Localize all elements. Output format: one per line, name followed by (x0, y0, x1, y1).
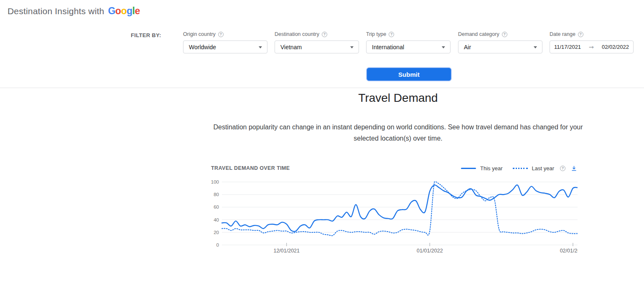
date-range-input[interactable]: 11/17/2021 ➞ 02/02/2022 (550, 40, 634, 53)
help-icon[interactable]: ? (322, 32, 327, 37)
help-icon[interactable]: ? (578, 32, 583, 37)
app-header: Destination Insights with Google (8, 5, 140, 17)
date-start-value: 11/17/2021 (554, 44, 581, 50)
chart-legend: This year Last year ? (461, 165, 578, 172)
field-label: Demand category (458, 31, 499, 37)
demand-category-label: Demand category ? (458, 31, 542, 38)
legend-solid-line-swatch (461, 168, 476, 169)
trip-type-select[interactable]: International (366, 40, 451, 53)
y-axis-tick-label: 80 (214, 192, 219, 197)
help-icon[interactable]: ? (560, 166, 565, 171)
y-axis-tick-label: 60 (214, 204, 219, 209)
help-icon[interactable]: ? (218, 32, 224, 37)
trip-type-label: Trip type ? (366, 31, 451, 38)
google-logo-letter: g (127, 5, 132, 16)
date-range-label: Date range ? (550, 31, 634, 38)
chevron-down-icon (534, 46, 537, 48)
chart-canvas[interactable]: 02040608010012/01/202101/01/202202/01/20… (211, 179, 578, 256)
chart-title: TRAVEL DEMAND OVER TIME (211, 165, 290, 171)
x-axis-tick-label: 01/01/2022 (417, 248, 443, 254)
origin-country-label: Origin country ? (183, 31, 267, 38)
description-line: selected location(s) over time. (211, 133, 585, 144)
google-logo-letter: o (121, 5, 127, 16)
section-title: Travel Demand (211, 91, 585, 105)
filter-trip-type: Trip type ? International (366, 31, 451, 53)
filter-destination-country: Destination country ? Vietnam (275, 31, 359, 53)
destination-country-label: Destination country ? (275, 31, 359, 38)
field-label: Origin country (183, 31, 216, 37)
legend-label-this-year: This year (480, 165, 502, 172)
section-description: Destination popularity can change in an … (211, 121, 585, 144)
y-axis-tick-label: 40 (214, 217, 219, 222)
series-line-last-year (222, 182, 578, 235)
y-axis-tick-label: 0 (216, 242, 219, 247)
y-axis-tick-label: 20 (214, 230, 219, 235)
filter-demand-category: Demand category ? Air (458, 31, 542, 53)
chevron-down-icon (350, 46, 354, 48)
page-title: Destination Insights with (8, 6, 104, 16)
chevron-down-icon (442, 46, 445, 48)
filter-date-range: Date range ? 11/17/2021 ➞ 02/02/2022 (550, 31, 634, 53)
chevron-down-icon (259, 46, 262, 48)
field-label: Date range (550, 31, 575, 37)
help-icon[interactable]: ? (502, 32, 507, 37)
travel-demand-section: Travel Demand Destination popularity can… (211, 91, 585, 144)
field-label: Destination country (275, 31, 319, 37)
selected-value: Air (464, 44, 471, 50)
chart-header: TRAVEL DEMAND OVER TIME This year Last y… (211, 164, 578, 173)
google-logo-letter: o (115, 5, 121, 16)
arrow-right-icon: ➞ (587, 43, 596, 51)
selected-value: Vietnam (280, 44, 302, 50)
demand-category-select[interactable]: Air (458, 40, 542, 53)
field-label: Trip type (366, 31, 386, 37)
description-line: Destination popularity can change in an … (211, 121, 585, 133)
filter-by-label: FILTER BY: (131, 32, 161, 38)
travel-demand-chart-card: TRAVEL DEMAND OVER TIME This year Last y… (211, 164, 578, 256)
legend-dotted-line-swatch (513, 168, 528, 169)
selected-value: Worldwide (189, 44, 216, 50)
download-icon[interactable] (570, 165, 578, 172)
help-icon[interactable]: ? (389, 32, 394, 37)
series-line-this-year (222, 185, 578, 232)
submit-button[interactable]: Submit (367, 68, 451, 81)
section-divider (0, 88, 644, 88)
filter-origin-country: Origin country ? Worldwide (183, 31, 267, 53)
google-logo-icon: Google (108, 5, 140, 17)
date-end-value: 02/02/2022 (602, 44, 629, 50)
x-axis-tick-label: 12/01/2021 (273, 248, 300, 254)
google-logo-letter: G (108, 5, 115, 16)
google-logo-letter: e (135, 5, 140, 16)
selected-value: International (372, 44, 404, 50)
y-axis-tick-label: 100 (211, 179, 219, 184)
x-axis-tick-label: 02/01/2022 (560, 248, 578, 254)
origin-country-select[interactable]: Worldwide (183, 40, 267, 53)
legend-label-last-year: Last year (532, 165, 554, 172)
destination-country-select[interactable]: Vietnam (275, 40, 359, 53)
